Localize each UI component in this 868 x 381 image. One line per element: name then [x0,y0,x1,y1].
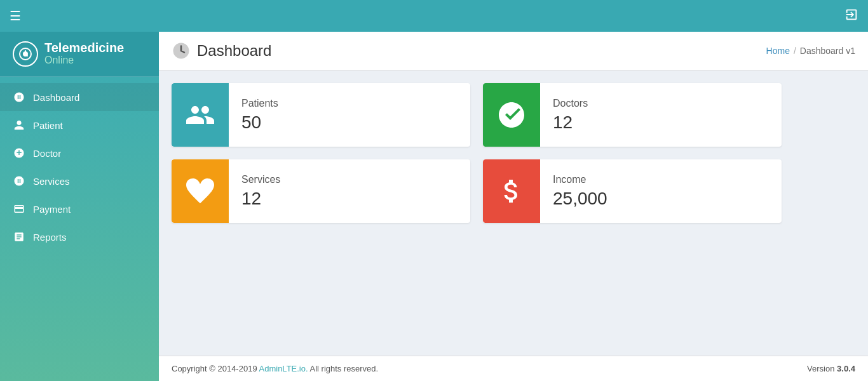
cards-area: Patients 50 Doctors 12 [159,70,868,356]
brand-title: Telemedicine [44,41,124,54]
services-card-icon-block [172,159,229,223]
services-card-title: Services [241,174,280,185]
patients-card: Patients 50 [172,83,470,147]
breadcrumb-separator: / [794,46,796,56]
sidebar-item-doctor[interactable]: Doctor [0,139,159,167]
income-card: Income 25,000 [483,159,782,223]
footer-copyright: Copyright © 2014-2019 AdminLTE.io. All r… [172,364,378,373]
logout-button[interactable] [844,8,858,25]
breadcrumb: Home / Dashboard v1 [766,46,855,56]
income-card-title: Income [553,174,607,185]
footer-version-label: Version [807,364,834,373]
patients-card-body: Patients 50 [229,83,291,147]
patients-card-value: 50 [241,112,278,133]
svg-point-1 [24,52,27,56]
hamburger-button[interactable]: ☰ [10,8,21,23]
sidebar-item-reports-label: Reports [33,232,67,243]
doctors-card-value: 12 [553,112,588,133]
footer-version: Version 3.0.4 [807,364,855,373]
sidebar-nav: Dashboard Patient Doctor [0,77,159,381]
sidebar-brand: Telemedicine Online [0,32,159,77]
top-nav: ☰ [0,0,868,32]
patients-icon [185,100,215,130]
footer-version-number: 3.0.4 [837,364,855,373]
dashboard-header-icon [172,41,191,60]
services-card: Services 12 [172,159,470,223]
doctors-icon [496,100,527,130]
sidebar-item-services[interactable]: Services [0,167,159,195]
breadcrumb-home[interactable]: Home [766,46,790,56]
doctors-card: Doctors 12 [483,83,782,147]
income-card-body: Income 25,000 [540,159,620,223]
payment-icon [13,203,25,215]
sidebar-item-patient[interactable]: Patient [0,111,159,139]
brand-subtitle: Online [44,54,124,66]
cards-grid: Patients 50 Doctors 12 [172,83,782,223]
brand-text: Telemedicine Online [44,41,124,66]
sidebar-item-services-label: Services [33,176,70,187]
doctors-card-title: Doctors [553,98,588,109]
doctors-card-icon-block [483,83,540,147]
doctors-card-body: Doctors 12 [540,83,600,147]
services-card-icon [185,176,215,206]
breadcrumb-current: Dashboard v1 [800,46,855,56]
patient-icon [13,119,25,131]
footer-copyright-text: Copyright © 2014-2019 [172,364,259,373]
sidebar-item-dashboard-label: Dashboard [33,92,79,103]
footer-link[interactable]: AdminLTE.io. [259,364,308,373]
content-header-left: Dashboard [172,41,271,60]
footer: Copyright © 2014-2019 AdminLTE.io. All r… [159,356,868,381]
sidebar-item-dashboard[interactable]: Dashboard [0,83,159,111]
page-title: Dashboard [197,42,271,60]
services-card-body: Services 12 [229,159,293,223]
services-card-value: 12 [241,189,280,209]
services-icon [13,175,25,187]
sidebar: Telemedicine Online Dashboard [0,32,159,381]
brand-icon [13,41,38,67]
sidebar-item-patient-label: Patient [33,120,63,131]
patients-card-icon-block [172,83,229,147]
sidebar-item-doctor-label: Doctor [33,148,61,159]
dashboard-icon [13,91,25,104]
footer-rights: All rights reserved. [308,364,379,373]
sidebar-item-payment-label: Payment [33,204,71,215]
body-wrapper: Telemedicine Online Dashboard [0,32,868,381]
sidebar-item-payment[interactable]: Payment [0,195,159,223]
income-icon [496,176,527,206]
reports-icon [13,231,25,243]
income-card-value: 25,000 [553,189,607,209]
main-content: Dashboard Home / Dashboard v1 [159,32,868,381]
patients-card-title: Patients [241,98,278,109]
sidebar-item-reports[interactable]: Reports [0,223,159,251]
income-card-icon-block [483,159,540,223]
doctor-icon [13,147,25,159]
content-header: Dashboard Home / Dashboard v1 [159,32,868,70]
